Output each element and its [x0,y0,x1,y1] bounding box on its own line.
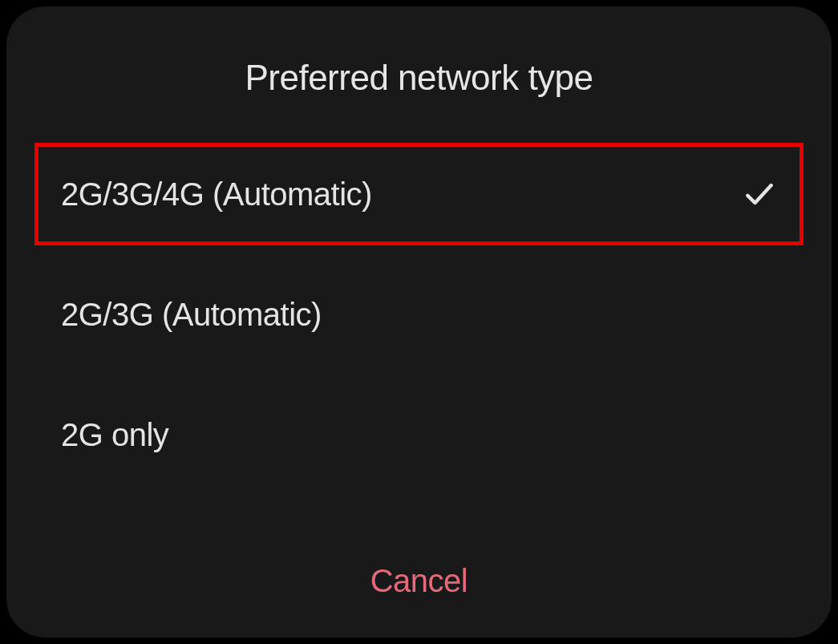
cancel-button[interactable]: Cancel [370,563,468,599]
option-label: 2G/3G/4G (Automatic) [61,176,372,213]
option-label: 2G/3G (Automatic) [61,297,322,333]
option-label: 2G only [61,417,168,453]
options-list: 2G/3G/4G (Automatic) 2G/3G (Automatic) 2… [6,143,832,486]
option-2g-3g-4g-auto[interactable]: 2G/3G/4G (Automatic) [34,143,804,245]
option-2g-only[interactable]: 2G only [38,383,800,486]
checkmark-icon [742,176,777,212]
option-2g-3g-auto[interactable]: 2G/3G (Automatic) [38,263,800,366]
dialog-footer: Cancel [6,563,832,638]
dialog-title: Preferred network type [6,6,832,143]
network-type-dialog: Preferred network type 2G/3G/4G (Automat… [6,6,832,638]
